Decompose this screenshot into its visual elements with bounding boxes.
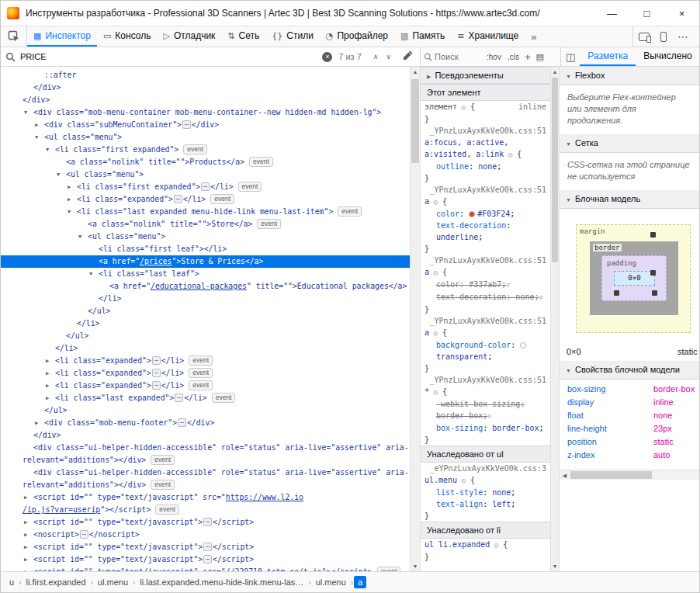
attribute-link[interactable]: //229710.tctm.co/t.js [226,567,322,571]
twisty-icon[interactable]: ▶ [68,193,71,206]
breadcrumb-item[interactable]: li.first.expanded [22,576,89,588]
property-name[interactable]: color [436,210,459,218]
twisty-icon[interactable]: ▶ [24,553,27,566]
title-bar[interactable]: Инструменты разработчика - Professional … [1,1,699,26]
tab-inspector[interactable]: ▦Инспектор [27,26,97,47]
event-badge[interactable]: event [189,368,213,378]
twisty-icon[interactable]: ▼ [89,268,92,280]
overridden-filter-icon[interactable]: ▽ [487,411,491,422]
filter-styles-input[interactable] [435,52,483,61]
twisty-icon[interactable]: ▶ [46,367,49,380]
property-name[interactable]: list-style [436,488,483,497]
property-value[interactable]: static [653,435,674,449]
inherited-header[interactable]: Унаследовано от ul [421,446,550,463]
markup-line[interactable]: ▶<li class="expanded">⋯</li>event [1,367,410,380]
twisty-icon[interactable]: ▼ [78,231,81,243]
markup-line[interactable]: </li> [1,317,410,330]
twisty-icon[interactable]: ▶ [24,529,27,541]
twisty-icon[interactable]: ▶ [24,566,27,571]
expand-badge[interactable]: ⋯ [152,369,161,377]
markup-line[interactable]: <div class="ui-helper-hidden-accessible"… [1,442,410,466]
markup-line[interactable]: ▶<div class="subMenuContainer">⋯</div> [1,119,410,131]
event-badge[interactable]: event [238,182,262,192]
property-name[interactable]: z-index [567,449,594,462]
scrollbar-thumb[interactable] [570,471,652,479]
tab-profiler[interactable]: ◔Профайлер [320,26,394,47]
twisty-icon[interactable]: ▶ [46,392,49,404]
stylesheet-link[interactable]: _YPnzLuxAyxKkVeO0k.css:51 [429,256,546,265]
event-badge[interactable]: event [155,505,179,515]
event-badge[interactable]: event [249,157,273,167]
css-declaration[interactable]: list-style: none; [421,487,550,498]
box-model-handle[interactable] [650,270,656,276]
twisty-icon[interactable]: ▼ [57,168,60,181]
property-name[interactable]: box-sizing [567,383,606,396]
tab-network[interactable]: ⇅Сеть [221,26,265,47]
box-model-content[interactable]: 0×0 [614,271,655,286]
more-tabs-button[interactable]: » [525,26,542,47]
css-declaration[interactable]: box-sizing: border-box; [421,422,550,434]
markup-line[interactable]: <div class="ui-helper-hidden-accessible"… [1,466,410,491]
box-model-handle[interactable] [652,290,657,296]
twisty-icon[interactable]: ▶ [35,417,38,429]
event-badge[interactable]: event [189,355,213,366]
close-button[interactable]: × [664,1,699,26]
markup-line[interactable]: <a class="nolink" title="">Products</a>e… [1,156,410,168]
highlight-selector-icon[interactable]: ◎ [429,388,438,396]
minimize-button[interactable]: — [594,1,629,26]
attribute-link[interactable]: /prices [140,257,172,265]
markup-line[interactable]: <a href="/educational-packages" title=""… [1,280,410,293]
sidebar-tab-computed[interactable]: Вычислено [636,47,699,66]
property-value[interactable]: none [515,293,534,301]
this-element-header[interactable]: Этот элемент [421,84,550,101]
box-model-border[interactable]: border padding 0×0 [590,241,678,315]
rules-scrollbar[interactable]: ▲ ▼ [550,67,560,571]
scroll-up-icon[interactable]: ▲ [411,67,420,77]
property-value[interactable]: none [653,409,672,422]
previous-match-button[interactable]: ∧ [369,53,383,61]
tab-style-editor[interactable]: {}Стили [265,26,320,47]
css-declaration[interactable]: background-color: transparent; [421,339,550,362]
stylesheet-link[interactable]: inline [518,101,550,113]
highlight-selector-icon[interactable]: ◎ [429,329,438,337]
markup-scrollbar[interactable]: ▲ ▼ [410,67,421,571]
property-name[interactable]: display [567,396,594,409]
devtools-menu-icon[interactable]: ⋯ [677,30,689,43]
event-badge[interactable]: event [338,206,362,217]
highlight-selector-icon[interactable]: ◎ [429,198,438,206]
highlight-selector-icon[interactable]: ◎ [490,541,498,549]
property-value[interactable]: inline [653,396,674,409]
property-name[interactable]: background-color [436,341,511,349]
add-rule-button[interactable]: + [522,51,534,63]
property-value[interactable]: transparent [436,352,487,361]
css-declaration[interactable]: text-decoration: none; ▽ [421,291,550,303]
property-name[interactable]: line-height [567,422,607,435]
markup-line[interactable]: </ul> [1,305,410,317]
box-model-handle[interactable] [650,232,656,238]
markup-line[interactable]: </li> [1,293,410,305]
twisty-icon[interactable]: ▶ [46,355,49,367]
event-badge[interactable]: event [377,567,401,571]
expand-badge[interactable]: ⋯ [174,195,182,203]
highlight-selector-icon[interactable]: ◎ [457,103,466,111]
markup-line[interactable]: ▶<li class="expanded">⋯</li>event [1,193,410,206]
expand-badge[interactable]: ⋯ [182,120,191,129]
scroll-up-icon[interactable]: ▲ [551,67,559,77]
expand-badge[interactable]: ⋯ [203,543,212,551]
property-value[interactable]: border-box [492,424,539,432]
expand-badge[interactable]: ⋯ [201,182,210,191]
property-value[interactable]: #337ab7 [469,280,501,289]
box-model-handle[interactable] [614,290,619,296]
clear-search-button[interactable]: × [322,52,332,62]
twisty-icon[interactable]: ▶ [427,74,431,79]
markup-line[interactable]: ▶<script id="" type="text/javascript">⋯<… [1,541,410,553]
property-value[interactable]: auto [653,449,670,462]
scroll-down-icon[interactable]: ▼ [411,561,420,571]
breadcrumb-item[interactable]: u [5,576,18,588]
grid-section-header[interactable]: ▼Сетка [560,134,699,153]
expand-badge[interactable]: ⋯ [175,394,183,402]
markup-line[interactable]: ▼<div class="mob-menu-container mob-menu… [1,106,410,119]
property-name[interactable]: color [436,280,459,289]
selector[interactable]: ul.menu [425,476,457,484]
property-name[interactable]: position [567,435,597,449]
